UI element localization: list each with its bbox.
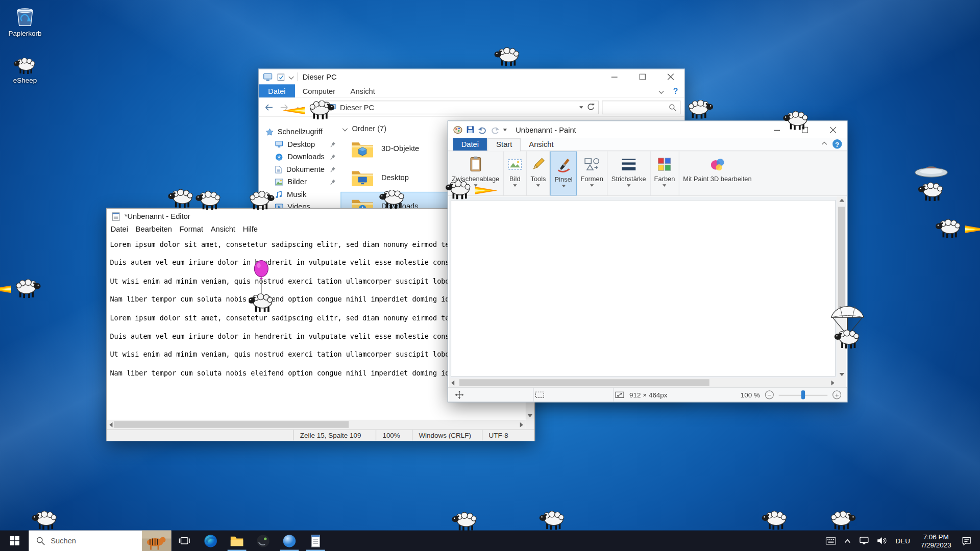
taskbar: Suchen — [0, 531, 980, 551]
notepad-taskbar-icon — [309, 534, 322, 547]
desktop: Papierkorb eSheep Dieser PC D — [0, 0, 980, 551]
sprite-layer — [0, 0, 980, 551]
esheep-walking-sprite[interactable] — [31, 511, 59, 533]
esheep-walking-sprite[interactable] — [494, 47, 521, 69]
search-icon — [36, 536, 45, 545]
taskbar-clock[interactable]: 7:06 PM 7/29/2023 — [916, 533, 957, 549]
esheep-rocket-sprite[interactable] — [282, 100, 335, 122]
esheep-walking-sprite[interactable] — [761, 511, 789, 533]
task-view-icon — [179, 536, 190, 545]
esheep-walking-sprite[interactable] — [539, 511, 567, 533]
esheep-walking-sprite[interactable] — [195, 191, 223, 213]
taskbar-icon-notepad[interactable] — [303, 531, 329, 551]
language-indicator[interactable]: DEU — [890, 537, 915, 544]
search-highlight-image[interactable] — [142, 531, 172, 551]
action-center-icon[interactable] — [956, 531, 976, 551]
esheep-parachute-sprite[interactable] — [829, 301, 866, 352]
dark-app-icon — [256, 534, 270, 547]
search-placeholder: Suchen — [51, 536, 76, 545]
taskbar-search-box[interactable]: Suchen — [29, 531, 171, 551]
esheep-balloon-sprite[interactable] — [249, 260, 274, 315]
edge-icon — [204, 534, 217, 547]
taskbar-icon-app-blue[interactable] — [276, 531, 302, 551]
taskbar-icon-edge[interactable] — [198, 531, 224, 551]
touch-keyboard-icon[interactable] — [822, 531, 839, 551]
esheep-walking-sprite[interactable] — [379, 190, 406, 211]
esheep-rocket-sprite[interactable] — [445, 180, 498, 203]
network-icon[interactable] — [856, 531, 873, 551]
system-tray: DEU 7:06 PM 7/29/2023 — [822, 531, 980, 551]
tray-expand-chevron-icon[interactable] — [839, 531, 856, 551]
esheep-walking-sprite[interactable] — [829, 511, 856, 533]
taskbar-icon-app-dark[interactable] — [250, 531, 276, 551]
esheep-walking-sprite[interactable] — [782, 111, 810, 133]
clock-time: 7:06 PM — [921, 533, 951, 541]
esheep-rocket-sprite[interactable] — [0, 279, 41, 301]
windows-logo-icon — [10, 536, 19, 545]
esheep-walking-sprite[interactable] — [686, 100, 714, 121]
clock-date: 7/29/2023 — [921, 541, 951, 549]
esheep-walking-sprite[interactable] — [167, 189, 195, 211]
task-view-button[interactable] — [172, 531, 198, 551]
file-explorer-icon — [230, 535, 244, 546]
volume-icon[interactable] — [873, 531, 890, 551]
esheep-rocket-sprite[interactable] — [935, 219, 980, 241]
start-button[interactable] — [0, 531, 29, 551]
esheep-walking-sprite[interactable] — [248, 191, 275, 213]
taskbar-icon-file-explorer[interactable] — [224, 531, 250, 551]
blue-app-icon — [282, 534, 296, 547]
esheep-ufo-sprite[interactable] — [914, 164, 949, 205]
